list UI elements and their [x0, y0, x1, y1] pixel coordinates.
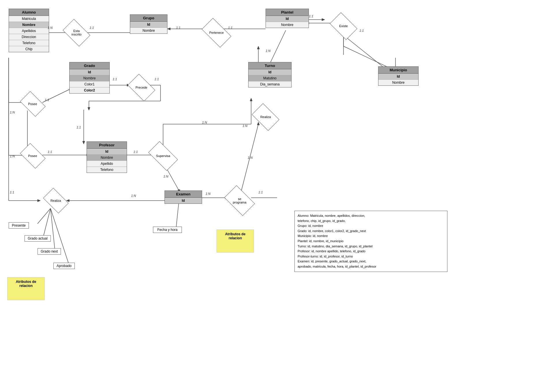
cardinal-19: 1:N — [131, 194, 136, 197]
cardinal-1: 1:N — [48, 26, 53, 29]
cardinal-20: 1:1 — [10, 191, 14, 194]
entity-plantel-header: Plantel — [266, 9, 309, 16]
cardinal-9: 1:1 — [154, 77, 159, 81]
info-line-6: Plantel: id, nombre, id_municipio — [298, 239, 444, 244]
municipio-row-nombre: Nombre — [378, 80, 418, 85]
grado-row-id: Id — [70, 69, 109, 75]
info-line-7: Turno: id, matutino, dia_semana, id_grup… — [298, 244, 444, 249]
grado-row-color1: Color1 — [70, 81, 109, 87]
alumno-row-telefono: Telefono — [9, 40, 49, 46]
entity-grado: Grado Id Nombre Color1 Color2 — [69, 62, 110, 94]
cardinal-16: 1:N — [242, 124, 247, 128]
turno-row-dia: Dia_semana — [249, 81, 291, 87]
profesor-row-telefono: Telefono — [87, 167, 127, 173]
cardinal-18: 1:N — [163, 175, 168, 178]
examen-row-id: Id — [165, 198, 202, 204]
sticky-2-label: Atributos derelacion — [225, 232, 246, 240]
entity-profesor: Profesor Id Nombre Apellido Telefono — [87, 141, 127, 173]
svg-marker-48 — [38, 199, 40, 202]
profesor-row-nombre: Nombre — [87, 155, 127, 161]
profesor-row-id: Id — [87, 149, 127, 155]
cardinal-8: 1:1 — [113, 77, 117, 81]
cardinal-2: 1:1 — [89, 26, 94, 29]
info-line-8: Profesor: id, nombre apellido, telefono,… — [298, 249, 444, 254]
sticky-atributos-1: Atributos derelacion — [7, 277, 45, 300]
cardinal-12: 1:N — [10, 154, 15, 158]
entity-grado-header: Grado — [70, 62, 109, 69]
alumno-row-chip: Chip — [9, 46, 49, 52]
svg-line-58 — [176, 201, 179, 228]
profesor-row-apellido: Apellido — [87, 161, 127, 167]
svg-marker-5 — [167, 28, 170, 30]
info-line-2: telefono, chip, id_grupo, id_grado, — [298, 219, 444, 224]
svg-marker-41 — [250, 98, 252, 101]
info-line-11: aprobado, matricula, fecha, hora, id_pla… — [298, 264, 444, 269]
info-line-9: Profesor-turno: id, id_profesor, id_turn… — [298, 254, 444, 259]
connection-lines — [0, 0, 560, 392]
alumno-row-direccion: Direccion — [9, 34, 49, 40]
sticky-atributos-2: Atributos derelacion — [216, 229, 254, 253]
cardinal-14: 1:1 — [76, 126, 81, 129]
diamond-precede: Precede — [127, 76, 156, 99]
alumno-row-nombre: Nombre — [9, 22, 49, 28]
info-line-3: Grupo: id, nombre — [298, 223, 444, 229]
canvas: Alumno Matricula Nombre Apellidos Direcc… — [0, 0, 560, 392]
diamond-realiza-top: Realiza — [251, 105, 280, 128]
entity-plantel: Plantel Id Nombre — [266, 9, 309, 28]
cardinal-11: 1:1 — [45, 98, 49, 102]
entity-municipio-header: Municipio — [378, 67, 418, 74]
diamond-posee-1: Posee — [20, 92, 46, 115]
entity-alumno-header: Alumno — [9, 9, 49, 16]
diamond-pertenece: Pertenece — [201, 21, 232, 44]
info-line-4: Grado: id, nombre, color1, color2, id_gr… — [298, 229, 444, 234]
cardinal-21: 1:N — [206, 192, 210, 195]
diamond-posee-2: Posee — [20, 144, 46, 167]
svg-line-13 — [270, 30, 286, 64]
svg-marker-23 — [88, 107, 90, 110]
municipio-row-id: Id — [378, 74, 418, 80]
alumno-row-matricula: Matricula — [9, 16, 49, 22]
cardinal-23: 1:N — [248, 156, 253, 159]
svg-line-50 — [43, 208, 51, 237]
diamond-realiza-bottom: Realiza — [43, 189, 69, 212]
grado-row-color2: Color2 — [70, 87, 109, 93]
attr-fecha-hora: Fecha y hora — [153, 227, 182, 233]
cardinal-13: 1:1 — [48, 150, 52, 154]
entity-grupo-header: Grupo — [130, 15, 167, 22]
entity-turno-header: Turno — [249, 62, 291, 69]
info-line-5: Municipio: id, nombre — [298, 234, 444, 239]
alumno-row-apellidos: Apellidos — [9, 28, 49, 34]
entity-examen-header: Examen — [165, 191, 202, 198]
cardinal-22: 1:1 — [258, 191, 263, 194]
plantel-row-id: Id — [266, 16, 309, 22]
info-line-10: Examen: id, presente, grado_actual, grad… — [298, 259, 444, 264]
entity-municipio: Municipio Id Nombre — [378, 66, 419, 86]
entity-examen: Examen Id — [165, 191, 202, 204]
grupo-row-id: Id — [130, 22, 167, 28]
svg-marker-16 — [257, 46, 260, 49]
info-line-1: Alumno: Matricula, nombre, apellidos, di… — [298, 213, 444, 219]
diamond-existe: Existe — [329, 14, 358, 38]
grupo-row-nombre: Nombre — [130, 28, 167, 33]
info-box: Alumno: Matricula, nombre, apellidos, di… — [294, 211, 447, 272]
cardinal-3: 1:1 — [176, 26, 180, 29]
cardinal-15: 1:N — [202, 121, 207, 124]
entity-alumno: Alumno Matricula Nombre Apellidos Direcc… — [9, 9, 49, 52]
attr-grado-actual: Grado actual — [25, 235, 51, 242]
svg-marker-35 — [83, 141, 85, 144]
attr-presente: Presente — [9, 222, 29, 229]
attr-aprobado: Aprobado — [53, 263, 75, 269]
cardinal-7: 1:N — [266, 49, 270, 53]
cardinal-17: 1:1 — [133, 150, 138, 154]
cardinal-6: 1:1 — [359, 29, 364, 32]
diamond-esta-inscrito: Estainscrito — [64, 21, 89, 44]
entity-profesor-header: Profesor — [87, 142, 127, 149]
turno-row-id: Id — [249, 69, 291, 75]
turno-row-matutino: Matutino — [249, 75, 291, 81]
svg-line-52 — [51, 208, 69, 266]
entity-turno: Turno Id Matutino Dia_semana — [248, 62, 292, 87]
sticky-1-label: Atributos derelacion — [16, 280, 36, 288]
plantel-row-nombre: Nombre — [266, 22, 309, 28]
grado-row-nombre: Nombre — [70, 75, 109, 81]
attr-grado-next: Grado next — [38, 248, 61, 255]
